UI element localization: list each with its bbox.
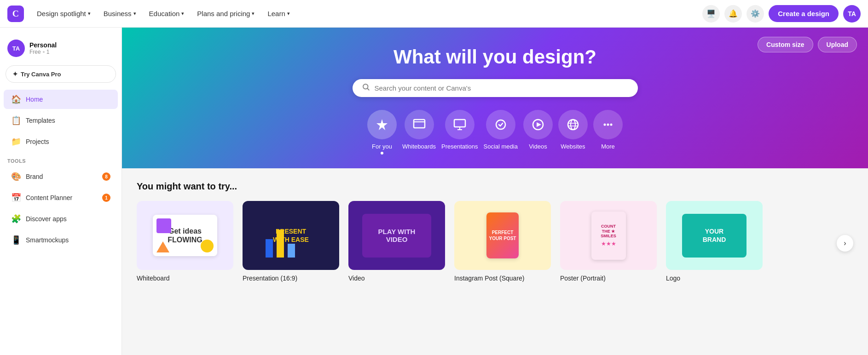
sidebar-item-content-planner[interactable]: 📅 Content Planner 1 [4,188,118,207]
pres-text: PRESENTWITH EASE [273,227,309,244]
card-grid: Get ideasFLOWING Whiteboard [137,201,853,286]
logo-thumb: YOURBRAND [666,201,763,270]
hero-nav-videos[interactable]: Videos [523,110,553,155]
presentation-thumb: PRESENTWITH EASE [243,201,339,270]
wb-text: Get ideasFLOWING [168,227,203,244]
upload-button[interactable]: Upload [818,37,857,52]
search-bar [353,79,638,97]
whiteboard-thumb-inner: Get ideasFLOWING [153,215,217,256]
topnav-right: 🖥️ 🔔 ⚙️ Create a design TA [702,5,861,23]
section-title: You might want to try... [137,181,853,192]
search-input[interactable] [375,84,629,92]
poster-text: COUNTTHE ★SMILES [601,224,616,239]
presentation-thumb-inner: PRESENTWITH EASE [256,214,325,258]
logo-card[interactable]: YOURBRAND Logo [666,201,763,282]
bell-icon-btn[interactable]: 🔔 [724,5,742,23]
discover-apps-icon: 🧩 [11,214,21,224]
presentations-icon [445,110,475,139]
svg-rect-4 [414,120,425,128]
scroll-right-arrow[interactable]: › [837,235,853,252]
profile-name: Personal [29,41,57,49]
chevron-down-icon: ▾ [88,11,91,17]
hero-nav-more[interactable]: More [593,110,623,155]
sidebar-item-discover-apps[interactable]: 🧩 Discover apps [4,209,118,229]
sidebar-item-home[interactable]: 🏠 Home [4,90,118,109]
wb-shape-1 [156,218,171,233]
hero-nav-presentations[interactable]: Presentations [441,110,478,155]
brand-badge: 8 [102,172,110,181]
svg-point-17 [607,124,609,126]
pres-bar-1 [266,239,273,258]
hero-title: What will you design? [140,46,850,68]
hero-nav-websites[interactable]: Websites [558,110,588,155]
card-label: Presentation (16:9) [243,275,339,282]
ig-text: PERFECTYOUR POST [487,228,518,243]
sidebar-item-brand[interactable]: 🎨 Brand 8 [4,167,118,186]
profile-sub: Free 1 [29,49,57,55]
sidebar-item-templates[interactable]: 📋 Templates [4,111,118,130]
tools-section-label: Tools [0,153,122,166]
nav-learn[interactable]: Learn ▾ [262,6,295,21]
nav-business[interactable]: Business ▾ [98,6,142,21]
settings-icon-btn[interactable]: ⚙️ [746,5,764,23]
video-card[interactable]: PLAY WITHVIDEO Video [348,201,445,282]
logo-text: YOURBRAND [703,227,726,244]
card-label: Video [348,275,445,282]
svg-point-13 [571,120,575,130]
sidebar-item-smartmockups[interactable]: 📱 Smartmockups [4,230,118,250]
nav-design-spotlight[interactable]: Design spotlight ▾ [31,6,96,21]
card-label: Instagram Post (Square) [454,275,551,282]
instagram-card[interactable]: PERFECTYOUR POST Instagram Post (Square) [454,201,551,282]
chevron-down-icon: ▾ [287,11,290,17]
sidebar-item-projects[interactable]: 📁 Projects [4,132,118,151]
canva-logo-wrap[interactable]: C [7,6,24,22]
hero-nav-social-media[interactable]: Social media [484,110,518,155]
sidebar: TA Personal Free 1 ✦ Try Canva Pro 🏠 Hom… [0,28,122,355]
presentation-card[interactable]: PRESENTWITH EASE Presentation (16:9) [243,201,339,282]
custom-size-button[interactable]: Custom size [758,37,813,52]
avatar-button[interactable]: TA [843,5,861,23]
video-thumb-inner: PLAY WITHVIDEO [362,214,431,258]
profile-info: Personal Free 1 [29,41,57,55]
nav-education[interactable]: Education ▾ [144,6,190,21]
poster-thumb: COUNTTHE ★SMILES ★★★ [560,201,657,270]
svg-point-16 [603,124,606,126]
poster-stars: ★★★ [601,240,616,247]
search-icon [362,83,370,93]
search-wrapper [140,79,850,97]
poster-thumb-inner: COUNTTHE ★SMILES ★★★ [591,212,626,260]
nav-plans[interactable]: Plans and pricing ▾ [191,6,260,21]
card-grid-wrapper: Get ideasFLOWING Whiteboard [137,201,853,286]
create-design-button[interactable]: Create a design [769,5,839,22]
monitor-icon-btn[interactable]: 🖥️ [702,5,720,23]
for-you-icon [367,110,397,139]
templates-icon: 📋 [11,115,21,126]
social-media-label: Social media [484,143,518,150]
hero-nav-for-you[interactable]: For you [367,110,397,155]
chevron-down-icon: ▾ [181,11,184,17]
wb-shape-2 [201,240,214,252]
hero-nav: For you Whiteboards Presentations [140,110,850,155]
social-media-icon [486,110,515,139]
websites-label: Websites [561,143,585,150]
topnav: C Design spotlight ▾ Business ▾ Educatio… [0,0,868,28]
brand-icon: 🎨 [11,172,21,182]
try-pro-button[interactable]: ✦ Try Canva Pro [6,65,116,83]
ig-content: PERFECTYOUR POST [486,212,519,258]
hero-nav-whiteboards[interactable]: Whiteboards [402,110,436,155]
projects-icon: 📁 [11,137,21,147]
home-icon: 🏠 [11,94,21,104]
content-section: You might want to try... Get ideasFLOWIN… [122,168,868,298]
logo-thumb-inner: YOURBRAND [682,214,746,258]
videos-icon [523,110,553,139]
dot-separator [43,51,45,53]
poster-card[interactable]: COUNTTHE ★SMILES ★★★ Poster (Portrait) [560,201,657,282]
content-planner-icon: 📅 [11,193,21,203]
main-layout: TA Personal Free 1 ✦ Try Canva Pro 🏠 Hom… [0,28,868,355]
avatar: TA [7,40,25,57]
whiteboard-card[interactable]: Get ideasFLOWING Whiteboard [137,201,233,282]
hero-corner-buttons: Custom size Upload [758,37,857,52]
card-label: Logo [666,275,763,282]
card-label: Whiteboard [137,275,233,282]
content-planner-badge: 1 [102,194,110,202]
